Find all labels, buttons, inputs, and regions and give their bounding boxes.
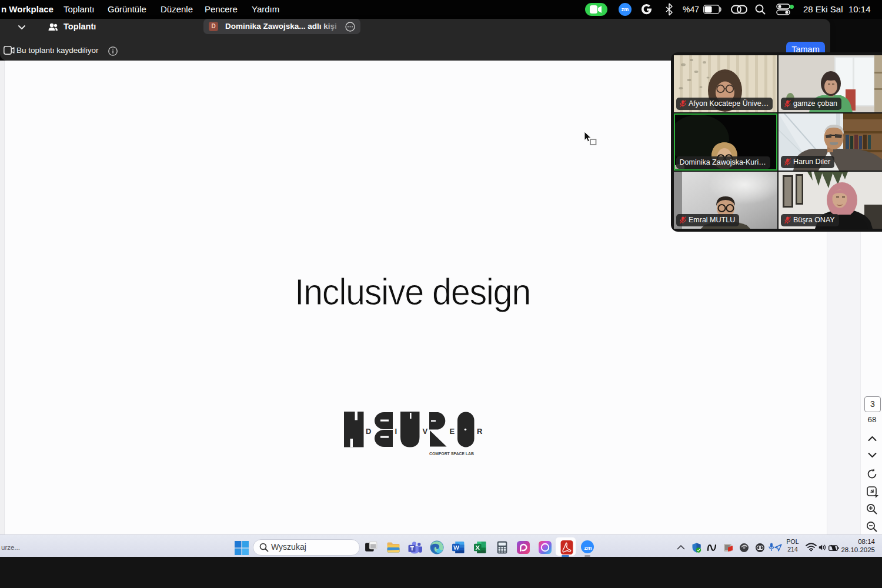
svg-text:I: I xyxy=(395,427,397,436)
svg-text:D: D xyxy=(366,427,371,436)
svg-text:V: V xyxy=(423,427,428,436)
svg-text:zm: zm xyxy=(584,545,592,551)
svg-text:R: R xyxy=(477,427,483,436)
svg-text:E: E xyxy=(450,427,455,436)
svg-text:COMFORT SPACE LAB: COMFORT SPACE LAB xyxy=(429,451,474,456)
